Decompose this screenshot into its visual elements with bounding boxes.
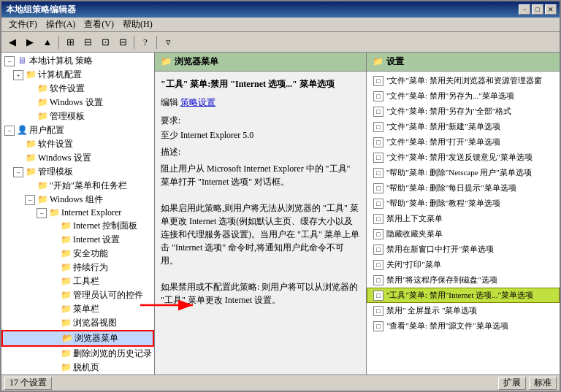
menu-view[interactable]: 查看(V) — [80, 17, 118, 32]
middle-header-title: 浏览器菜单 — [175, 55, 218, 68]
tree-ie[interactable]: − 📁 Internet Explorer — [1, 207, 154, 219]
folder-icon: 📁 — [60, 291, 72, 301]
list-item[interactable]: □ 隐藏收藏夹菜单 — [367, 226, 560, 242]
list-item[interactable]: □ "文件"菜单: 禁用"另存为..."菜单选项 — [367, 88, 560, 104]
tree-user-admin[interactable]: − 📁 管理模板 — [1, 165, 154, 179]
toolbar-separator-1 — [58, 36, 59, 49]
folder-icon: 📁 — [37, 84, 48, 94]
item-text: "工具"菜单: 禁用"Internet 选项..."菜单选项 — [386, 290, 533, 301]
list-item[interactable]: □ "帮助"菜单: 删除"Netscape 用户"菜单选项 — [367, 165, 560, 180]
list-item[interactable]: □ 禁用"将这程序保存到磁盘"选项 — [367, 272, 560, 288]
close-button[interactable]: ✕ — [545, 4, 557, 15]
folder-icon: 📁 — [37, 112, 48, 122]
expander[interactable]: − — [37, 208, 47, 218]
maximize-button[interactable]: □ — [532, 4, 543, 15]
item-icon: □ — [373, 168, 383, 178]
folder-icon: 📁 — [37, 181, 48, 191]
tree-persistent[interactable]: 📁 持续行为 — [1, 261, 154, 274]
window-title: 本地组策略编辑器 — [6, 4, 76, 16]
back-button[interactable]: ◀ — [4, 34, 20, 50]
requirements-section: 要求: 至少 Internet Explorer 5.0 — [161, 114, 360, 142]
list-item[interactable]: □ "文件"菜单: 禁用"打开"菜单选项 — [367, 134, 560, 150]
minimize-button[interactable]: − — [519, 4, 530, 15]
item-text: 隐藏收藏夹菜单 — [386, 228, 443, 239]
expander[interactable]: − — [4, 126, 15, 136]
list-item[interactable]: □ "文件"菜单: 禁用"发送反馈意见"菜单选项 — [367, 150, 560, 165]
tree-ie-menu-bar[interactable]: 📁 菜单栏 — [1, 302, 154, 316]
list-item[interactable]: □ 禁用" 全屏显示 "菜单选项 — [367, 303, 560, 318]
user-admin-label: 管理模板 — [38, 166, 73, 178]
tree-computer-config[interactable]: + 📁 计算机配置 — [1, 68, 154, 82]
tree-delete-history[interactable]: 📁 删除浏览的历史记录 — [1, 347, 154, 361]
tree-user-software[interactable]: 📁 软件设置 — [1, 137, 154, 151]
expander[interactable]: + — [13, 70, 23, 80]
tree-windows-components[interactable]: − 📁 Windows 组件 — [1, 193, 154, 207]
tree-ie-control[interactable]: 📁 Internet 控制面板 — [1, 219, 154, 233]
tree-windows-settings[interactable]: 📁 Windows 设置 — [1, 96, 154, 109]
item-text: "帮助"菜单: 删除"Netscape 用户"菜单选项 — [386, 167, 532, 178]
menu-help[interactable]: 帮助(H) — [118, 17, 157, 32]
filter-button[interactable]: ▿ — [160, 34, 176, 50]
help-button[interactable]: ? — [137, 34, 153, 50]
requirements-value: 至少 Internet Explorer 5.0 — [161, 128, 360, 142]
policy-settings-link[interactable]: 策略设置 — [180, 97, 215, 107]
title-bar-buttons: − □ ✕ — [519, 4, 557, 15]
tree-admin-approved[interactable]: 📁 管理员认可的控件 — [1, 288, 154, 302]
item-text: 禁用上下文菜单 — [386, 213, 443, 224]
toolbar-label: 工具栏 — [73, 275, 99, 288]
expander — [48, 304, 58, 315]
list-item[interactable]: □ "文件"菜单: 禁用"新建"菜单选项 — [367, 119, 560, 134]
expander[interactable]: − — [25, 195, 35, 205]
expander — [25, 98, 35, 108]
folder-icon: 📁 — [60, 318, 72, 328]
expander[interactable]: − — [4, 56, 15, 66]
ie-control-label: Internet 控制面板 — [73, 220, 137, 232]
list-item-highlighted[interactable]: □ "工具"菜单: 禁用"Internet 选项..."菜单选项 — [367, 288, 560, 303]
tree-software-settings[interactable]: 📁 软件设置 — [1, 82, 154, 96]
tree-start-menu[interactable]: 📁 "开始"菜单和任务栏 — [1, 179, 154, 193]
tree-admin-templates[interactable]: 📁 管理模板 — [1, 109, 154, 123]
settings-count: 17 个设置 — [4, 377, 52, 390]
list-item[interactable]: □ "文件"菜单: 禁用关闭浏览器和资源管理器窗 — [367, 73, 560, 88]
list-item[interactable]: □ "帮助"菜单: 删除"每日提示"菜单选项 — [367, 180, 560, 196]
menu-action[interactable]: 操作(A) — [42, 17, 80, 32]
tree-security[interactable]: 📁 安全功能 — [1, 247, 154, 261]
list-item[interactable]: □ 禁用上下文菜单 — [367, 211, 560, 226]
menu-file[interactable]: 文件(F) — [4, 17, 42, 32]
admin-approved-label: 管理员认可的控件 — [73, 289, 143, 301]
security-label: 安全功能 — [73, 247, 108, 260]
tab-standard[interactable]: 标准 — [529, 377, 557, 390]
folder-icon: 📁 — [48, 208, 60, 218]
tab-expand[interactable]: 扩展 — [498, 377, 526, 390]
item-text: "帮助"菜单: 删除"教程"菜单选项 — [386, 198, 500, 209]
export-button[interactable]: ⊟ — [80, 34, 96, 50]
list-item[interactable]: □ "查看"菜单: 禁用"源文件"菜单选项 — [367, 318, 560, 334]
computer-config-label: 计算机配置 — [38, 69, 82, 81]
folder-icon: 📁 — [60, 235, 72, 245]
list-item[interactable]: □ "文件"菜单: 禁用"另存为"全部"格式 — [367, 104, 560, 119]
list-item[interactable]: □ "帮助"菜单: 删除"教程"菜单选项 — [367, 196, 560, 211]
properties-button[interactable]: ⊟ — [115, 34, 131, 50]
tree-root-node[interactable]: − 🖥 本地计算机 策略 — [1, 54, 154, 68]
user-windows-label: Windows 设置 — [38, 152, 91, 164]
tree-toolbar[interactable]: 📁 工具栏 — [1, 274, 154, 288]
list-item[interactable]: □ 关闭"打印"菜单 — [367, 257, 560, 272]
import-button[interactable]: ⊡ — [97, 34, 113, 50]
delete-history-label: 删除浏览的历史记录 — [73, 347, 152, 360]
show-hide-button[interactable]: ⊞ — [62, 34, 78, 50]
list-item[interactable]: □ 禁用在新窗口中打开"菜单选项 — [367, 242, 560, 257]
tree-user-windows[interactable]: 📁 Windows 设置 — [1, 151, 154, 165]
tree-browser-view[interactable]: 📁 浏览器视图 — [1, 316, 154, 330]
forward-button[interactable]: ▶ — [22, 34, 38, 50]
item-icon: □ — [373, 199, 383, 209]
up-button[interactable]: ▲ — [39, 34, 56, 50]
tree-offline[interactable]: 📁 脱机页 — [1, 361, 154, 374]
tree-browser-menu[interactable]: 📂 浏览器菜单 — [1, 330, 154, 347]
tree-ie-settings[interactable]: 📁 Internet 设置 — [1, 233, 154, 247]
item-icon: □ — [373, 229, 383, 239]
requirements-label: 要求: — [161, 114, 360, 128]
tree-user-config[interactable]: − 👤 用户配置 — [1, 123, 154, 137]
expander[interactable]: − — [13, 167, 23, 177]
start-menu-label: "开始"菜单和任务栏 — [50, 180, 127, 192]
computer-icon: 🖥 — [16, 56, 28, 66]
